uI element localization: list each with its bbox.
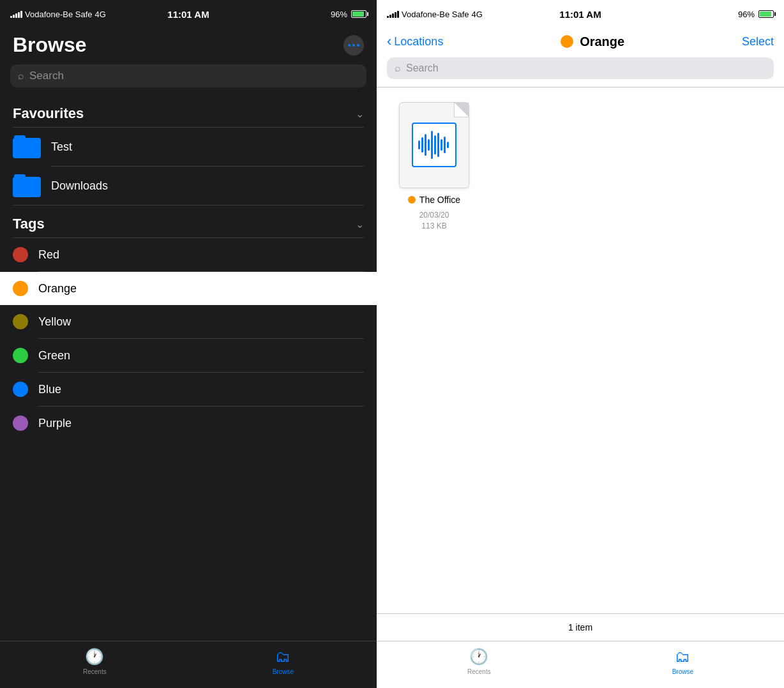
favourites-section-header: Favourites ⌄: [0, 98, 377, 127]
more-button[interactable]: [343, 35, 364, 56]
tab-recents-right-label: Recents: [467, 668, 491, 675]
battery-percent-right: 96%: [738, 10, 755, 19]
select-button[interactable]: Select: [742, 35, 774, 49]
carrier-label: Vodafone-Be Safe: [25, 10, 93, 19]
file-grid: The Office 20/03/20 113 KB: [389, 100, 771, 232]
svg-rect-6: [437, 133, 439, 157]
recents-icon: 🕐: [85, 648, 104, 666]
favourite-item-downloads[interactable]: Downloads: [0, 167, 377, 205]
signal-bars-icon: [10, 10, 22, 18]
file-orange-dot-icon: [408, 196, 416, 204]
tab-browse-right-label: Browse: [672, 668, 693, 675]
file-size: 113 KB: [421, 221, 446, 230]
nav-center: Orange: [561, 34, 624, 49]
audio-waveform-icon: [412, 123, 456, 167]
left-search-placeholder: Search: [29, 70, 64, 82]
left-status-bar: Vodafone-Be Safe 4G 11:01 AM 96%: [0, 0, 377, 28]
tag-yellow-label: Yellow: [38, 315, 71, 329]
right-search-icon: ⌕: [395, 63, 401, 74]
tab-browse-right[interactable]: 🗂 Browse: [672, 648, 693, 675]
svg-rect-8: [444, 137, 446, 153]
nav-title: Orange: [580, 34, 624, 49]
svg-rect-4: [431, 131, 433, 159]
left-status-carrier: Vodafone-Be Safe 4G: [10, 10, 106, 19]
favourites-title: Favourites: [13, 105, 84, 122]
tag-item-purple[interactable]: Purple: [0, 407, 377, 440]
right-status-right: 96%: [738, 10, 774, 19]
tags-chevron-icon[interactable]: ⌄: [356, 218, 364, 230]
file-meta: 20/03/20 113 KB: [419, 210, 449, 232]
battery-icon-left: [351, 10, 366, 18]
network-label: 4G: [95, 10, 106, 19]
favourite-downloads-label: Downloads: [51, 179, 108, 193]
svg-rect-7: [441, 139, 442, 151]
back-chevron-icon: ‹: [387, 33, 391, 50]
tag-orange-label: Orange: [38, 282, 77, 295]
left-page-title: Browse: [13, 33, 87, 57]
tab-recents-right[interactable]: 🕐 Recents: [467, 648, 491, 675]
tags-section: Tags ⌄ Red Orange Yellow Green: [0, 208, 377, 440]
yellow-dot-icon: [13, 314, 28, 329]
purple-dot-icon: [13, 415, 28, 431]
svg-rect-9: [447, 142, 449, 148]
right-panel: Vodafone-Be Safe 4G 11:01 AM 96% ‹ Locat…: [377, 0, 784, 688]
more-dots-icon: [348, 44, 359, 47]
favourite-item-test[interactable]: Test: [0, 128, 377, 166]
file-page-icon: [399, 102, 469, 188]
left-panel: Vodafone-Be Safe 4G 11:01 AM 96% Browse …: [0, 0, 377, 688]
blue-dot-icon: [13, 382, 28, 397]
file-name-row: The Office: [408, 195, 460, 205]
battery-percent-left: 96%: [331, 10, 347, 19]
browse-icon: 🗂: [275, 648, 290, 666]
right-status-carrier: Vodafone-Be Safe 4G: [387, 10, 483, 19]
signal-bars-right-icon: [387, 10, 399, 18]
red-dot-icon: [13, 247, 28, 262]
right-tab-bar: 🕐 Recents 🗂 Browse: [377, 641, 784, 688]
favourites-chevron-icon[interactable]: ⌄: [356, 108, 364, 120]
recents-right-icon: 🕐: [469, 648, 488, 666]
tags-title: Tags: [13, 216, 45, 232]
tag-blue-label: Blue: [38, 383, 61, 396]
right-nav: ‹ Locations Orange Select: [377, 28, 784, 57]
left-tab-bar: 🕐 Recents 🗂 Browse: [0, 641, 377, 688]
tag-item-yellow[interactable]: Yellow: [0, 305, 377, 338]
tab-browse-left[interactable]: 🗂 Browse: [273, 648, 294, 675]
tab-browse-left-label: Browse: [273, 668, 294, 675]
orange-dot-icon: [13, 281, 28, 296]
right-time: 11:01 AM: [559, 9, 601, 20]
green-dot-icon: [13, 348, 28, 363]
tag-item-blue[interactable]: Blue: [0, 373, 377, 406]
back-button[interactable]: ‹ Locations: [387, 33, 443, 50]
battery-fill-right: [760, 11, 771, 17]
right-carrier-label: Vodafone-Be Safe: [402, 10, 469, 19]
svg-rect-1: [421, 137, 423, 153]
right-search-placeholder: Search: [406, 63, 439, 74]
browse-right-icon: 🗂: [675, 648, 690, 666]
left-status-right: 96%: [331, 10, 366, 19]
right-network-label: 4G: [472, 10, 483, 19]
right-content: The Office 20/03/20 113 KB: [377, 87, 784, 613]
right-footer: 1 item: [377, 613, 784, 641]
waveform-svg: [417, 128, 451, 162]
search-icon: ⌕: [18, 70, 24, 82]
file-item-the-office[interactable]: The Office 20/03/20 113 KB: [389, 100, 479, 232]
back-label: Locations: [394, 35, 443, 49]
tag-item-red[interactable]: Red: [0, 238, 377, 271]
tags-section-header: Tags ⌄: [0, 208, 377, 237]
tag-item-green[interactable]: Green: [0, 339, 377, 372]
right-search-bar[interactable]: ⌕ Search: [387, 57, 774, 79]
orange-dot-nav-icon: [561, 35, 573, 48]
folder-icon-test: [13, 135, 41, 158]
tag-item-orange[interactable]: Orange: [0, 272, 377, 305]
tag-green-label: Green: [38, 349, 70, 363]
battery-fill-left: [352, 11, 364, 17]
folder-icon-downloads: [13, 174, 41, 197]
tag-purple-label: Purple: [38, 417, 72, 430]
tab-recents-left[interactable]: 🕐 Recents: [83, 648, 107, 675]
battery-icon-right: [758, 10, 774, 18]
left-search-bar[interactable]: ⌕ Search: [10, 64, 366, 87]
left-time: 11:01 AM: [167, 9, 209, 20]
divider-after-downloads: [13, 205, 364, 206]
folder-body-downloads: [13, 177, 41, 197]
favourite-test-label: Test: [51, 140, 72, 154]
